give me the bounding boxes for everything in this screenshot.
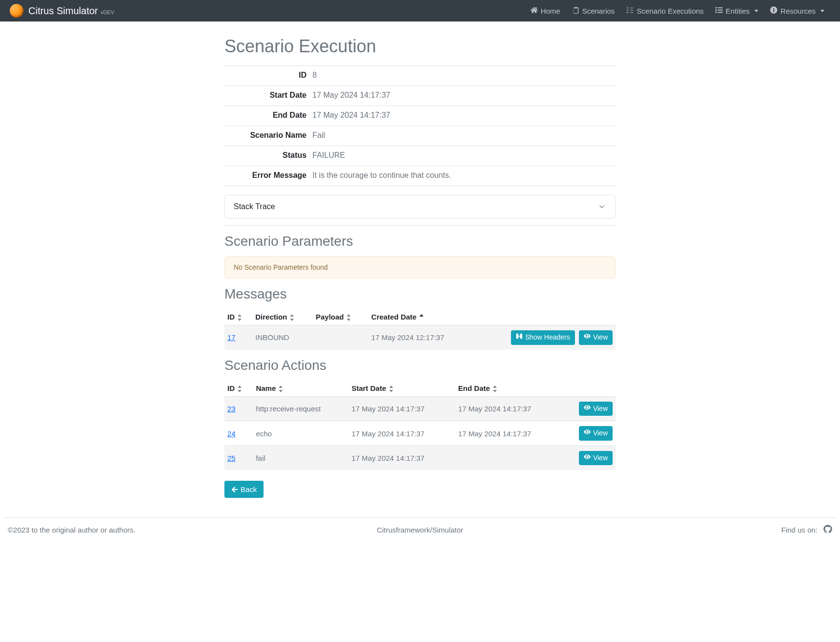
messages-title: Messages (224, 286, 616, 302)
action-id-link[interactable]: 23 (227, 405, 236, 413)
nav-resources[interactable]: Resources (764, 2, 830, 19)
detail-row-error-message: Error Message It is the courage to conti… (224, 166, 616, 186)
brand-version: vDEV (101, 9, 114, 15)
sort-icon (389, 385, 394, 392)
tasks-icon (626, 6, 634, 15)
detail-row-end-date: End Date 17 May 2024 14:17:37 (224, 106, 616, 126)
nav-entities[interactable]: Entities (709, 2, 764, 19)
chevron-down-icon (820, 10, 824, 12)
navbar-brand-group[interactable]: Citrus Simulator vDEV (10, 4, 114, 18)
parameters-title: Scenario Parameters (224, 234, 616, 249)
clipboard-icon (572, 6, 579, 15)
messages-table: ID Direction Payload Created Date 17 INB… (224, 309, 616, 350)
sort-icon (238, 314, 243, 321)
action-end-date: 17 May 2024 14:17:37 (455, 396, 562, 421)
detail-label: Status (224, 151, 312, 160)
action-start-date: 17 May 2024 14:17:37 (349, 396, 455, 421)
chevron-down-icon (597, 202, 606, 211)
table-row: 23 http:receive-request 17 May 2024 14:1… (224, 396, 616, 421)
footer-center: Citrusframework/Simulator (377, 526, 464, 534)
nav-scenarios[interactable]: Scenarios (566, 2, 621, 19)
heading-icon (516, 333, 523, 342)
list-icon (715, 6, 723, 15)
view-button[interactable]: View (579, 330, 613, 345)
col-start-date[interactable]: Start Date (349, 380, 455, 397)
eye-icon (584, 333, 591, 342)
eye-icon (584, 428, 591, 438)
detail-value: Fail (312, 131, 325, 140)
nav-executions[interactable]: Scenario Executions (620, 2, 709, 19)
home-icon (531, 6, 538, 15)
actions-title: Scenario Actions (224, 358, 616, 373)
footer-right: Find us on: (781, 525, 832, 535)
detail-label: End Date (224, 111, 312, 120)
action-name: echo (253, 421, 349, 446)
detail-value: 17 May 2024 14:17:37 (312, 91, 390, 100)
actions-table: ID Name Start Date End Date 23 http:rece… (224, 380, 616, 471)
message-direction: INBOUND (252, 325, 313, 350)
sort-icon (347, 314, 352, 321)
detail-label: Start Date (224, 91, 312, 100)
brand-title: Citrus Simulator vDEV (28, 5, 114, 17)
col-name[interactable]: Name (253, 380, 349, 397)
col-id[interactable]: ID (224, 309, 252, 325)
footer-find-us: Find us on: (781, 526, 818, 534)
col-created-date[interactable]: Created Date (368, 309, 473, 325)
logo-icon (10, 4, 23, 18)
detail-row-scenario-name: Scenario Name Fail (224, 126, 616, 146)
nav-home[interactable]: Home (525, 2, 566, 19)
table-row: 17 INBOUND 17 May 2024 12:17:37 Show Hea… (224, 325, 616, 350)
detail-row-status: Status FAILURE (224, 146, 616, 166)
action-end-date: 17 May 2024 14:17:37 (455, 421, 562, 446)
sort-icon (290, 314, 295, 321)
action-end-date (455, 446, 562, 470)
main-content: Scenario Execution ID 8 Start Date 17 Ma… (224, 21, 616, 508)
view-button[interactable]: View (579, 451, 613, 466)
github-link[interactable] (823, 525, 832, 535)
action-start-date: 17 May 2024 14:17:37 (349, 421, 455, 446)
action-id-link[interactable]: 25 (227, 454, 236, 462)
detail-list: ID 8 Start Date 17 May 2024 14:17:37 End… (224, 65, 616, 186)
col-end-date[interactable]: End Date (455, 380, 562, 397)
detail-row-start-date: Start Date 17 May 2024 14:17:37 (224, 86, 616, 106)
detail-value: It is the courage to continue that count… (312, 171, 451, 180)
view-button[interactable]: View (579, 402, 613, 416)
col-id[interactable]: ID (224, 380, 253, 397)
table-row: 24 echo 17 May 2024 14:17:37 17 May 2024… (224, 421, 616, 446)
action-id-link[interactable]: 24 (227, 429, 236, 438)
col-payload[interactable]: Payload (313, 309, 369, 325)
stack-trace-accordion: Stack Trace (224, 195, 616, 218)
message-id-link[interactable]: 17 (227, 333, 236, 342)
message-payload (313, 325, 369, 350)
detail-value: 8 (312, 71, 317, 80)
eye-icon (584, 404, 591, 414)
navbar: Citrus Simulator vDEV Home Scenarios Sce… (0, 0, 840, 21)
stack-trace-label: Stack Trace (234, 202, 275, 211)
eye-icon (584, 453, 591, 463)
detail-value: FAILURE (312, 151, 345, 160)
sort-icon (238, 385, 243, 392)
col-direction[interactable]: Direction (252, 309, 313, 325)
stack-trace-section: Stack Trace (224, 195, 616, 226)
view-button[interactable]: View (579, 426, 613, 441)
detail-label: ID (224, 71, 312, 80)
action-name: fail (253, 446, 349, 470)
action-name: http:receive-request (253, 396, 349, 421)
detail-row-id: ID 8 (224, 66, 616, 86)
sort-icon (493, 385, 498, 392)
table-row: 25 fail 17 May 2024 14:17:37 View (224, 446, 616, 470)
detail-label: Error Message (224, 171, 312, 180)
message-created-date: 17 May 2024 12:17:37 (368, 325, 473, 350)
action-start-date: 17 May 2024 14:17:37 (349, 446, 455, 470)
sort-icon (279, 385, 284, 392)
back-button[interactable]: Back (224, 481, 264, 498)
navbar-links: Home Scenarios Scenario Executions Entit… (525, 2, 830, 19)
page-title: Scenario Execution (224, 36, 616, 57)
footer-copyright: ©2023 to the original author or authors. (8, 526, 135, 534)
show-headers-button[interactable]: Show Headers (511, 330, 575, 345)
parameters-empty-alert: No Scenario Parameters found (224, 256, 616, 278)
stack-trace-toggle[interactable]: Stack Trace (225, 195, 615, 218)
detail-value: 17 May 2024 14:17:37 (312, 111, 390, 120)
github-icon (823, 527, 832, 535)
footer: ©2023 to the original author or authors.… (4, 517, 836, 545)
